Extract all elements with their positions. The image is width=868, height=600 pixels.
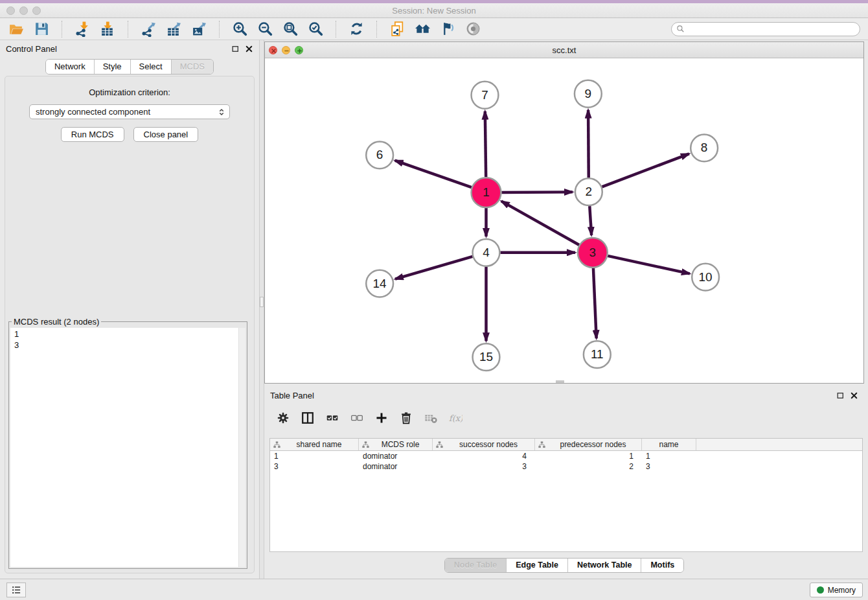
control-panel: Control Panel NetworkStyleSelectMCDS Opt… — [0, 40, 259, 579]
edge-4-14[interactable] — [395, 257, 472, 279]
node-14[interactable]: 14 — [366, 270, 393, 297]
result-scrollbar[interactable] — [238, 328, 246, 567]
mcds-result-text[interactable]: 1 3 — [10, 328, 238, 567]
close-panel-button[interactable]: Close panel — [133, 127, 199, 142]
node-7[interactable]: 7 — [472, 82, 499, 109]
splitter-handle[interactable] — [260, 297, 264, 307]
table-cell[interactable]: 1 — [270, 451, 359, 461]
trash-icon[interactable] — [398, 411, 413, 426]
table-body: 1dominator4113dominator323 — [270, 451, 862, 472]
node-3[interactable]: 3 — [578, 238, 608, 268]
export-image-icon[interactable] — [190, 21, 207, 38]
control-panel-tabs: NetworkStyleSelectMCDS — [45, 59, 214, 75]
save-icon[interactable] — [33, 21, 50, 38]
import-network-icon[interactable] — [74, 21, 91, 38]
column-header-predecessor-nodes[interactable]: predecessor nodes — [535, 439, 642, 450]
search-icon — [676, 25, 685, 33]
add-icon[interactable] — [374, 411, 389, 426]
tab-node-table[interactable]: Node Table — [445, 559, 507, 572]
edge-1-6[interactable] — [395, 161, 472, 188]
float-panel-icon[interactable] — [836, 391, 845, 400]
table-cell[interactable]: 3 — [433, 461, 535, 472]
zoom-selected-icon[interactable] — [307, 21, 324, 38]
close-panel-icon[interactable] — [245, 45, 253, 53]
tab-mcds[interactable]: MCDS — [172, 60, 213, 74]
tab-network[interactable]: Network — [46, 60, 95, 74]
clone-network-icon[interactable] — [389, 21, 405, 38]
node-1[interactable]: 1 — [472, 178, 501, 207]
memory-button[interactable]: Memory — [810, 583, 863, 597]
task-history-button[interactable] — [6, 583, 26, 597]
zoom-out-icon[interactable] — [257, 21, 273, 38]
node-10[interactable]: 10 — [692, 264, 719, 291]
edge-1-7[interactable] — [485, 111, 486, 178]
zoom-in-icon[interactable] — [231, 21, 248, 38]
tab-edge-table[interactable]: Edge Table — [507, 559, 568, 572]
svg-text:14: 14 — [373, 277, 387, 290]
edge-2-9[interactable] — [588, 110, 589, 178]
table-cell[interactable]: dominator — [359, 461, 433, 472]
node-4[interactable]: 4 — [473, 239, 500, 266]
table-cell[interactable]: 3 — [642, 461, 696, 472]
svg-text:10: 10 — [699, 270, 713, 284]
node-15[interactable]: 15 — [473, 343, 500, 371]
optimization-criterion-label: Optimization criterion: — [5, 87, 254, 97]
tab-select[interactable]: Select — [131, 60, 172, 74]
column-header-MCDS-role[interactable]: MCDS role — [359, 439, 433, 450]
open-folder-icon[interactable] — [8, 21, 25, 38]
column-label: successor nodes — [445, 440, 532, 449]
run-mcds-button[interactable]: Run MCDS — [61, 127, 124, 142]
import-table-icon[interactable] — [99, 21, 116, 38]
edge-1-2[interactable] — [501, 192, 573, 192]
gear-icon[interactable] — [275, 411, 290, 426]
eye-icon[interactable] — [464, 21, 481, 38]
edge-3-1[interactable] — [501, 201, 579, 245]
search-input[interactable] — [687, 25, 855, 34]
table-panel: Table Panel f(x) shared nameMCDS rolesuc… — [264, 387, 864, 579]
panel-splitter[interactable] — [259, 40, 264, 579]
table-cell[interactable]: 2 — [535, 461, 642, 472]
svg-text:15: 15 — [479, 350, 493, 363]
close-panel-icon[interactable] — [850, 391, 858, 400]
column-header-successor-nodes[interactable]: successor nodes — [433, 439, 535, 450]
table-cell[interactable]: 1 — [535, 451, 642, 461]
column-header-name[interactable]: name — [642, 439, 696, 450]
export-network-icon[interactable] — [140, 21, 157, 38]
flag-icon[interactable] — [439, 21, 456, 38]
svg-text:4: 4 — [483, 246, 490, 259]
node-11[interactable]: 11 — [584, 341, 611, 368]
table-cell[interactable]: 1 — [642, 451, 696, 461]
refresh-icon[interactable] — [348, 21, 365, 38]
network-canvas[interactable]: 1234678910111415 — [265, 58, 863, 383]
export-table-icon[interactable] — [165, 21, 182, 38]
canvas-resize-handle[interactable] — [556, 380, 564, 383]
search-box[interactable] — [671, 22, 860, 36]
edge-2-3[interactable] — [589, 206, 591, 235]
node-8[interactable]: 8 — [691, 135, 718, 162]
edge-3-11[interactable] — [593, 268, 597, 339]
homes-icon[interactable] — [414, 21, 431, 38]
node-2[interactable]: 2 — [575, 178, 602, 205]
tab-network-table[interactable]: Network Table — [568, 559, 642, 572]
tab-style[interactable]: Style — [95, 60, 131, 74]
zoom-fit-icon[interactable] — [282, 21, 299, 38]
table-cell[interactable]: dominator — [359, 451, 433, 461]
node-9[interactable]: 9 — [575, 80, 602, 108]
select-all-icon[interactable] — [325, 411, 339, 426]
table-row[interactable]: 1dominator411 — [270, 451, 862, 461]
split-columns-icon[interactable] — [300, 411, 315, 426]
toolbar-separator — [62, 21, 62, 38]
tab-motifs[interactable]: Motifs — [641, 559, 683, 572]
deselect-all-icon[interactable] — [349, 411, 364, 426]
edge-3-10[interactable] — [608, 256, 690, 273]
node-6[interactable]: 6 — [366, 141, 393, 168]
table-row[interactable]: 3dominator323 — [270, 461, 862, 472]
edge-2-8[interactable] — [602, 154, 689, 187]
criterion-dropdown[interactable]: strongly connected component — [29, 104, 230, 119]
table-cell[interactable]: 3 — [270, 461, 359, 472]
column-header-shared-name[interactable]: shared name — [270, 439, 359, 450]
table-cell[interactable]: 4 — [433, 451, 535, 461]
float-panel-icon[interactable] — [231, 45, 240, 53]
toolbar-separator — [376, 21, 377, 38]
network-window-titlebar[interactable]: scc.txt — [265, 42, 863, 58]
